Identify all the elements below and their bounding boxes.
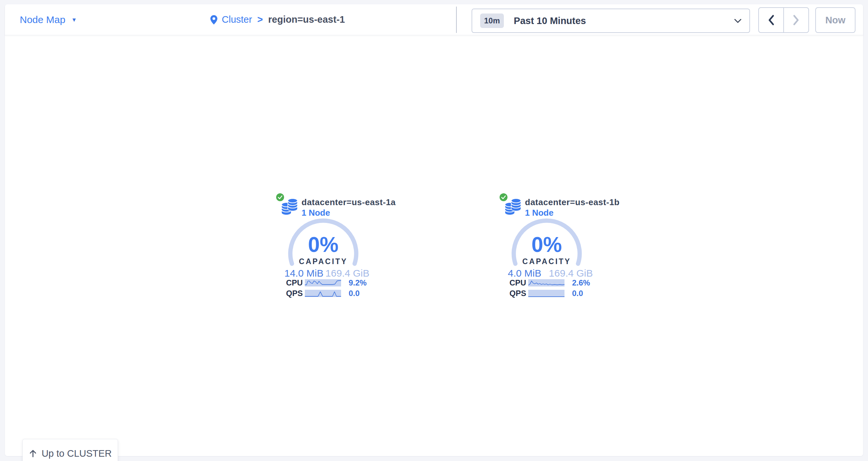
datacenter-node-count: 1 Node (302, 208, 330, 218)
time-window-dropdown[interactable]: 10m Past 10 Minutes (471, 8, 750, 33)
metric-label: QPS (509, 289, 528, 298)
capacity-values: 14.0 MiB 169.4 GiB (284, 268, 369, 279)
metric-row: QPS 0.0 (286, 290, 372, 297)
metric-rows: CPU 2.6% QPS 0.0 (509, 279, 595, 300)
node-map-canvas: datacenter=us-east-1a 1 Node 0% CAPACITY… (5, 35, 863, 456)
metric-rows: CPU 9.2% QPS 0.0 (286, 279, 372, 300)
capacity-total: 169.4 GiB (326, 268, 369, 279)
view-selector-label: Node Map (20, 14, 65, 25)
metric-value: 0.0 (349, 289, 360, 298)
metric-sparkline (528, 290, 564, 297)
chevron-left-icon (767, 14, 775, 26)
time-window-label: Past 10 Minutes (514, 15, 586, 26)
capacity-total: 169.4 GiB (549, 268, 593, 279)
capacity-percent: 0% (510, 234, 583, 255)
healthy-check-icon (276, 193, 284, 201)
capacity-used: 4.0 MiB (508, 268, 541, 279)
metric-value: 0.0 (572, 289, 583, 298)
datacenter-card[interactable]: datacenter=us-east-1a 1 Node 0% CAPACITY… (276, 193, 372, 305)
chevron-down-icon: ▼ (71, 17, 77, 23)
datacenter-title: datacenter=us-east-1b (525, 197, 620, 207)
breadcrumb-separator: > (257, 14, 263, 25)
chevron-down-icon (734, 19, 741, 23)
next-time-button[interactable] (783, 8, 808, 32)
time-nav-group (758, 7, 809, 33)
arrow-up-icon (29, 449, 37, 458)
capacity-used: 14.0 MiB (284, 268, 323, 279)
breadcrumb-current-region: region=us-east-1 (268, 14, 345, 25)
time-window-badge: 10m (480, 13, 504, 28)
prev-time-button[interactable] (759, 8, 783, 32)
datacenter-node-count: 1 Node (525, 208, 554, 218)
node-map-sheet: Node Map ▼ Cluster > region=us-east-1 10… (5, 4, 863, 456)
capacity-label: CAPACITY (504, 257, 590, 266)
metric-label: QPS (286, 289, 305, 298)
metric-row: CPU 2.6% (509, 279, 595, 287)
chevron-right-icon (792, 14, 800, 26)
breadcrumb-cluster-link[interactable]: Cluster (222, 14, 252, 25)
metric-value: 9.2% (349, 278, 367, 288)
metric-sparkline (528, 279, 564, 287)
metric-label: CPU (509, 278, 528, 288)
topbar: Node Map ▼ Cluster > region=us-east-1 10… (5, 4, 863, 35)
capacity-percent: 0% (287, 234, 360, 255)
metric-sparkline (305, 279, 341, 287)
view-selector-dropdown[interactable]: Node Map ▼ (20, 4, 77, 35)
metric-sparkline (305, 290, 341, 297)
datacenter-title: datacenter=us-east-1a (302, 197, 396, 207)
now-button[interactable]: Now (815, 7, 856, 33)
datacenter-card[interactable]: datacenter=us-east-1b 1 Node 0% CAPACITY… (500, 193, 595, 305)
healthy-check-icon (500, 193, 507, 201)
breadcrumb: Cluster > region=us-east-1 (210, 4, 345, 35)
topbar-divider (456, 7, 457, 33)
metric-row: CPU 9.2% (286, 279, 372, 287)
capacity-label: CAPACITY (280, 257, 366, 266)
metric-value: 2.6% (572, 278, 590, 288)
capacity-values: 4.0 MiB 169.4 GiB (508, 268, 593, 279)
up-to-cluster-button[interactable]: Up to CLUSTER (23, 439, 118, 461)
metric-label: CPU (286, 278, 305, 288)
up-to-cluster-label: Up to CLUSTER (41, 448, 112, 459)
map-pin-icon (210, 15, 218, 25)
metric-row: QPS 0.0 (509, 290, 595, 297)
